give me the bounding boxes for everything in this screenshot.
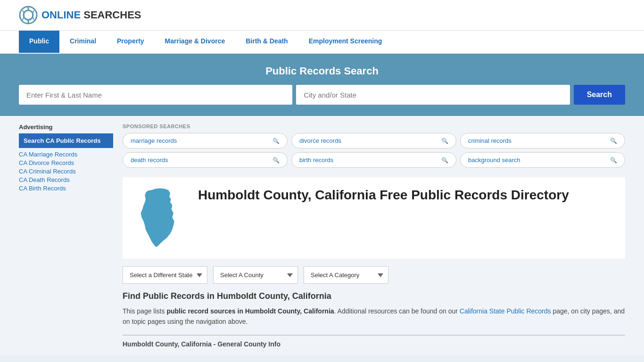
pill-search-icon-2: 🔍 [610, 138, 617, 144]
nav-item-birth-death[interactable]: Birth & Death [235, 31, 298, 53]
directory-title: Humboldt County, California Free Public … [198, 187, 569, 204]
search-button[interactable]: Search [574, 85, 625, 105]
pill-criminal-records[interactable]: criminal records 🔍 [460, 133, 625, 148]
pill-background-search[interactable]: background search 🔍 [460, 152, 625, 168]
advertising-label: Advertising [19, 123, 113, 131]
pill-marriage-records[interactable]: marriage records 🔍 [123, 133, 288, 148]
county-dropdown[interactable]: Select A County [213, 266, 298, 284]
main-nav: Public Criminal Property Marriage & Divo… [0, 31, 644, 54]
search-form: Search [19, 85, 625, 105]
header: ONLINE SEARCHES [0, 0, 644, 31]
pill-search-icon-4: 🔍 [441, 157, 448, 164]
sidebar-link-divorce[interactable]: CA Divorce Records [19, 159, 113, 166]
state-map [132, 187, 189, 249]
find-section: Find Public Records in Humboldt County, … [123, 291, 625, 327]
search-banner: Public Records Search Search [0, 54, 644, 116]
dropdowns-row: Select a Different State Select A County… [123, 266, 625, 284]
ca-records-link[interactable]: California State Public Records [460, 307, 551, 315]
search-banner-title: Public Records Search [19, 65, 625, 77]
svg-point-1 [24, 10, 33, 20]
sidebar: Advertising Search CA Public Records CA … [19, 123, 113, 348]
nav-item-criminal[interactable]: Criminal [59, 31, 107, 53]
pill-search-icon-3: 🔍 [272, 157, 280, 164]
sidebar-link-criminal[interactable]: CA Criminal Records [19, 168, 113, 175]
sidebar-link-birth[interactable]: CA Birth Records [19, 185, 113, 192]
pill-birth-records[interactable]: birth records 🔍 [291, 152, 456, 168]
pill-search-icon-1: 🔍 [441, 138, 448, 144]
find-section-title: Find Public Records in Humboldt County, … [123, 291, 625, 301]
sidebar-ad-box[interactable]: Search CA Public Records [19, 133, 113, 148]
pill-death-records[interactable]: death records 🔍 [123, 152, 288, 168]
directory-title-container: Humboldt County, California Free Public … [198, 187, 569, 249]
find-description: This page lists public record sources in… [123, 306, 625, 327]
pill-search-icon-5: 🔍 [610, 157, 617, 164]
sidebar-link-death[interactable]: CA Death Records [19, 176, 113, 183]
logo-icon [19, 6, 38, 25]
sidebar-link-marriage[interactable]: CA Marriage Records [19, 151, 113, 158]
state-dropdown[interactable]: Select a Different State [123, 266, 207, 284]
bottom-hint: Humboldt County, California - General Co… [123, 335, 625, 348]
name-input[interactable] [19, 85, 292, 105]
directory-section: Humboldt County, California Free Public … [123, 177, 625, 259]
main-container: Advertising Search CA Public Records CA … [0, 116, 644, 355]
sponsored-label: SPONSORED SEARCHES [123, 123, 625, 129]
pill-divorce-records[interactable]: divorce records 🔍 [291, 133, 456, 148]
nav-item-public[interactable]: Public [19, 31, 59, 53]
search-pills: marriage records 🔍 divorce records 🔍 cri… [123, 133, 625, 168]
pill-search-icon-0: 🔍 [272, 138, 280, 144]
nav-item-property[interactable]: Property [107, 31, 155, 53]
nav-item-marriage-divorce[interactable]: Marriage & Divorce [155, 31, 236, 53]
logo: ONLINE SEARCHES [19, 6, 141, 25]
category-dropdown[interactable]: Select A Category [304, 266, 388, 284]
sponsored-section: SPONSORED SEARCHES marriage records 🔍 di… [123, 123, 625, 168]
content-area: SPONSORED SEARCHES marriage records 🔍 di… [123, 123, 625, 348]
nav-item-employment[interactable]: Employment Screening [298, 31, 393, 53]
california-map-svg [132, 187, 184, 248]
location-input[interactable] [296, 85, 570, 105]
logo-text: ONLINE SEARCHES [41, 9, 141, 21]
